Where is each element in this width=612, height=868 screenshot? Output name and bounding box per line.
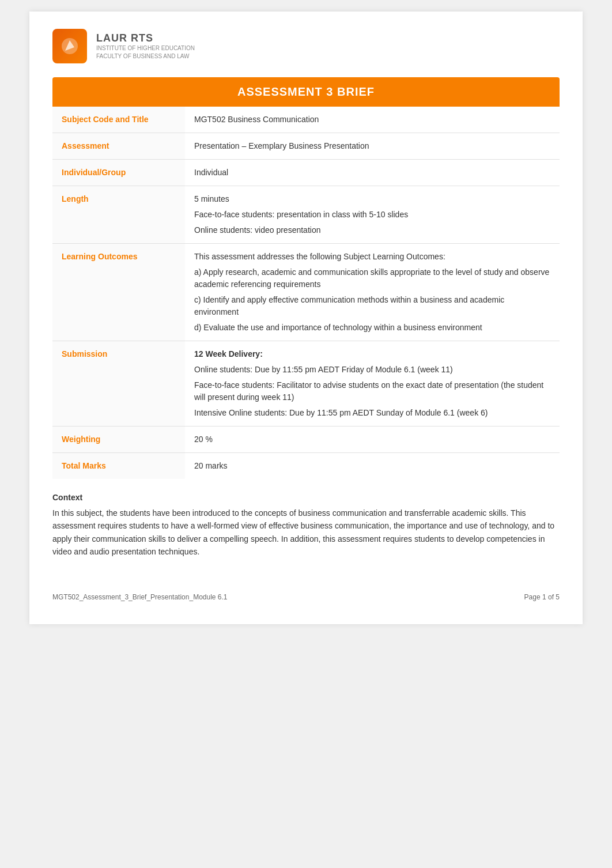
page: LAUR RTS INSTITUTE OF HIGHER EDUCATION F… (29, 12, 583, 624)
table-row-weighting: Weighting 20 % (52, 427, 560, 453)
row-value-length: 5 minutes Face-to-face students: present… (185, 186, 560, 244)
table-row: Assessment Presentation – Exemplary Busi… (52, 133, 560, 160)
submission-content: 12 Week Delivery: Online students: Due b… (194, 348, 550, 419)
row-label-length: Length (52, 186, 185, 244)
learning-item-a: a) Apply research, academic and communic… (194, 266, 550, 290)
table-row-length: Length 5 minutes Face-to-face students: … (52, 186, 560, 244)
row-value-marks: 20 marks (185, 453, 560, 480)
row-value-assessment: Presentation – Exemplary Business Presen… (185, 133, 560, 160)
learning-intro: This assessment addresses the following … (194, 251, 550, 263)
row-value-group: Individual (185, 160, 560, 186)
row-label-group: Individual/Group (52, 160, 185, 186)
length-line2: Face-to-face students: presentation in c… (194, 209, 550, 221)
table-row: Subject Code and Title MGT502 Business C… (52, 107, 560, 133)
brief-title-bar: ASSESSMENT 3 BRIEF (52, 77, 560, 107)
footer: MGT502_Assessment_3_Brief_Presentation_M… (52, 593, 560, 601)
row-value-submission: 12 Week Delivery: Online students: Due b… (185, 341, 560, 427)
row-label-subject: Subject Code and Title (52, 107, 185, 133)
table-row-marks: Total Marks 20 marks (52, 453, 560, 480)
row-value-learning: This assessment addresses the following … (185, 244, 560, 341)
row-label-learning: Learning Outcomes (52, 244, 185, 341)
row-label-marks: Total Marks (52, 453, 185, 480)
table-row: Individual/Group Individual (52, 160, 560, 186)
context-section: Context In this subject, the students ha… (52, 493, 560, 558)
row-label-submission: Submission (52, 341, 185, 427)
footer-left: MGT502_Assessment_3_Brief_Presentation_M… (52, 593, 228, 601)
length-line3: Online students: video presentation (194, 224, 550, 236)
header: LAUR RTS INSTITUTE OF HIGHER EDUCATION F… (52, 29, 560, 63)
brief-table: Subject Code and Title MGT502 Business C… (52, 107, 560, 479)
submission-heading: 12 Week Delivery: (194, 348, 550, 360)
learning-item-c: c) Identify and apply effective communic… (194, 294, 550, 318)
logo-title: LAUR RTS (96, 32, 195, 44)
footer-right: Page 1 of 5 (524, 593, 560, 601)
row-value-weighting: 20 % (185, 427, 560, 453)
logo-subtitle2: FACULTY OF BUSINESS AND LAW (96, 52, 195, 61)
length-line1: 5 minutes (194, 193, 550, 205)
learning-item-d: d) Evaluate the use and importance of te… (194, 322, 550, 334)
row-value-subject: MGT502 Business Communication (185, 107, 560, 133)
submission-online: Online students: Due by 11:55 pm AEDT Fr… (194, 364, 550, 376)
row-label-weighting: Weighting (52, 427, 185, 453)
logo-icon (52, 29, 87, 63)
logo-text-block: LAUR RTS INSTITUTE OF HIGHER EDUCATION F… (96, 32, 195, 61)
learning-content: This assessment addresses the following … (194, 251, 550, 334)
length-content: 5 minutes Face-to-face students: present… (194, 193, 550, 236)
logo-subtitle: INSTITUTE OF HIGHER EDUCATION (96, 44, 195, 52)
context-body: In this subject, the students have been … (52, 507, 560, 558)
submission-face: Face-to-face students: Facilitator to ad… (194, 379, 550, 403)
submission-intensive: Intensive Online students: Due by 11:55 … (194, 407, 550, 419)
context-title: Context (52, 493, 560, 502)
row-label-assessment: Assessment (52, 133, 185, 160)
table-row-learning: Learning Outcomes This assessment addres… (52, 244, 560, 341)
table-row-submission: Submission 12 Week Delivery: Online stud… (52, 341, 560, 427)
